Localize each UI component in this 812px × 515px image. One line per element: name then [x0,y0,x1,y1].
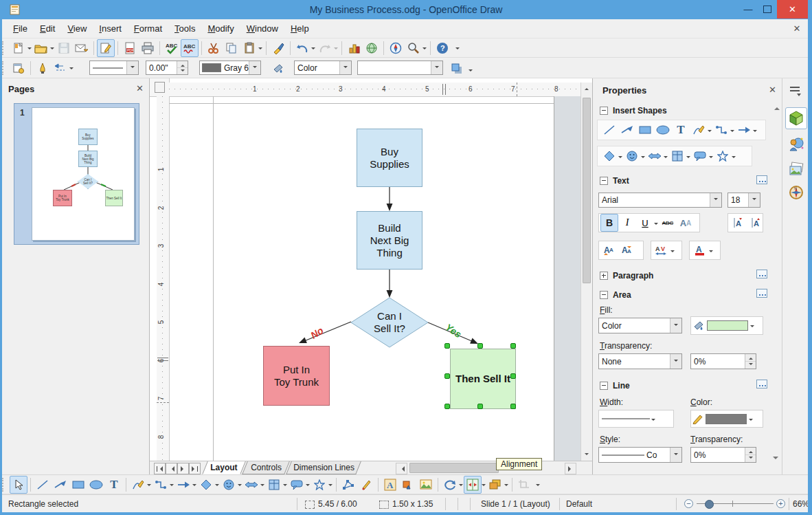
styles-icon[interactable] [10,59,27,77]
page-style[interactable]: Default [566,499,592,509]
callouts-tool-icon[interactable] [288,476,306,494]
section-text[interactable]: Text [600,176,629,186]
paste-icon[interactable] [240,39,258,57]
line-style-select[interactable]: Co [598,447,682,463]
flowchart-dropdown-icon[interactable] [283,484,287,488]
increase-spacing-icon[interactable]: A [730,214,747,232]
arrow-tool-icon[interactable] [618,121,636,139]
section-area[interactable]: Area [600,290,631,300]
flowchart-tool-icon[interactable] [668,147,686,165]
font-color-dropdown-icon[interactable] [709,250,713,254]
lines-arrows-dropdown-icon[interactable] [753,130,757,134]
flowchart-node-buy-supplies[interactable]: Buy Supplies [357,129,422,187]
zoom-slider-thumb[interactable] [705,500,714,509]
block-arrows-dropdown-icon[interactable] [260,484,264,488]
last-page-icon[interactable] [189,463,201,474]
italic-button[interactable]: I [618,214,636,232]
flowchart-dropdown-icon[interactable] [686,156,690,160]
hscroll-right-icon[interactable] [565,463,576,474]
navigator-icon[interactable] [387,39,405,57]
properties-close-icon[interactable]: ✕ [769,85,776,95]
transparency-value[interactable]: 0% [691,357,745,366]
area-fill-color-button[interactable] [690,316,763,335]
shapes-icon[interactable] [399,476,417,494]
paragraph-dialog-launcher-icon[interactable] [756,270,767,278]
next-page-icon[interactable] [177,463,189,474]
glue-points-icon[interactable] [357,476,375,494]
zoom-level[interactable]: 66% [793,499,809,509]
lines-arrows-dropdown-icon[interactable] [192,484,196,488]
area-fill-type-value[interactable]: Color [599,321,670,331]
flowchart-node-then-sell-it[interactable]: Then Sell It [450,349,516,409]
autospellcheck-icon[interactable]: ABC [181,39,199,57]
arrow-style-icon[interactable] [52,59,69,77]
fill-type-value[interactable]: Color [295,63,339,73]
sidebar-tab-properties[interactable] [785,107,807,129]
area-fill-type-select[interactable]: Color [598,318,682,333]
close-button[interactable]: ✕ [777,0,808,19]
connector-dropdown-icon[interactable] [170,484,174,488]
paste-dropdown-icon[interactable] [258,47,262,52]
horizontal-ruler[interactable]: 1 2 3 4 5 6 7 8 [169,83,580,97]
arrange-dropdown-icon[interactable] [504,484,508,488]
line-width-spinner[interactable]: 0.00" [146,61,188,75]
strikethrough-button[interactable]: ABC [659,214,677,232]
section-line[interactable]: Line [600,381,630,391]
toolbar-grip[interactable] [2,41,7,55]
line-dialog-launcher-icon[interactable] [756,380,767,388]
selection-handle[interactable] [510,343,516,349]
decrease-font-icon[interactable]: AA [618,241,636,259]
panel-scroll-down-icon[interactable] [773,457,778,462]
sidebar-tab-navigator[interactable]: N [785,182,807,204]
block-arrows-tool-icon[interactable] [646,147,664,165]
previous-page-icon[interactable] [166,463,177,474]
export-pdf-icon[interactable]: PDF [121,39,139,57]
tab-layout[interactable]: Layout [202,461,246,474]
chart-icon[interactable] [345,39,363,57]
area-dialog-launcher-icon[interactable] [756,289,767,298]
print-icon[interactable] [139,39,157,57]
clone-formatting-icon[interactable] [269,39,287,57]
connector-tool-icon[interactable] [712,121,730,139]
fill-type-select[interactable]: Color [294,61,352,75]
open-dropdown-icon[interactable] [50,47,54,52]
panel-scroll-up-icon[interactable] [774,105,780,110]
font-size-select[interactable]: 18 [728,193,760,208]
first-page-icon[interactable] [154,463,166,474]
line-style-select[interactable] [89,61,139,75]
flowchart-tool-icon[interactable] [265,476,283,494]
selection-handle[interactable] [444,373,450,379]
lines-arrows-tool-icon[interactable] [735,121,753,139]
spellcheck-icon[interactable]: ABC [163,39,181,57]
arrow-style-dropdown-icon[interactable] [69,67,74,72]
selection-handle[interactable] [444,404,450,409]
rectangle-tool-icon[interactable] [636,121,654,139]
basic-shapes-tool-icon[interactable] [600,147,618,165]
decrease-spacing-icon[interactable]: A [747,214,765,232]
toolbar-grip[interactable] [2,61,7,75]
symbol-shapes-dropdown-icon[interactable] [238,484,242,488]
expand-icon[interactable] [600,272,608,280]
flowchart-node-can-i-sell-it[interactable]: Can I Sell It? [359,307,420,338]
zoom-icon[interactable] [405,39,422,57]
lines-arrows-tool-icon[interactable] [174,476,192,494]
vertical-scrollbar[interactable] [580,83,592,461]
new-document-icon[interactable] [10,39,27,57]
basic-shapes-dropdown-icon[interactable] [215,484,219,488]
block-arrows-tool-icon[interactable] [243,476,260,494]
text-tool-icon[interactable]: T [672,121,690,139]
font-name-select[interactable]: Arial [598,193,722,208]
edit-points-icon[interactable] [339,476,357,494]
menu-file[interactable]: File [7,21,34,36]
connector-dropdown-icon[interactable] [730,130,734,134]
symbol-shapes-tool-icon[interactable] [220,476,238,494]
tab-dimension-lines[interactable]: Dimension Lines [286,461,361,474]
selection-handle[interactable] [510,373,516,379]
menu-window[interactable]: Window [240,21,284,36]
hscroll-left-icon[interactable] [396,463,407,474]
maximize-button[interactable] [758,0,776,19]
text-dialog-launcher-icon[interactable] [756,175,767,184]
zoom-dropdown-icon[interactable] [422,47,427,52]
sidebar-menu-icon[interactable] [789,85,802,96]
font-color-icon[interactable]: A [691,241,709,259]
